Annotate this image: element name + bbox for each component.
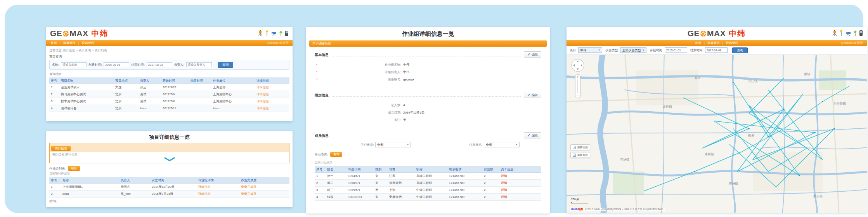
map-place-label: 康桥镇 [705,152,714,156]
map-place-label: 航头镇 [813,194,823,198]
nav-item-home[interactable]: 首页 [51,41,57,45]
table-link[interactable]: 详情 [501,188,507,192]
zoom-in-icon[interactable]: + [577,75,579,79]
nav-item-device-mgmt[interactable]: 仪器管理 [726,41,738,45]
table-cell: 2 [315,180,326,187]
baidu-logo-cn: 地图 [578,208,583,210]
table-cell: 上海 [388,187,415,194]
record-count: 共2条 [49,200,289,203]
zoom-track[interactable] [577,79,578,93]
start-date-input[interactable] [104,62,129,67]
map-pan-control[interactable] [571,59,584,72]
table-link[interactable]: 详细信息 [256,100,269,103]
table-cell: 详情 [499,173,541,180]
table-cell: 测试 [139,91,161,98]
checkbox-icon[interactable]: ✓ [573,154,576,157]
expand-chevron-icon[interactable] [52,157,287,162]
nav-item-home[interactable]: 首页 [695,41,701,45]
map-place-label: 御桥 [748,134,754,137]
user-info-tab[interactable]: 用户调查信息 [312,42,331,46]
project-name-input[interactable] [61,62,87,67]
workgroups-table-wrap: 序号名称负责人设立时间作业组详情作业完成度1上海测量项目1徐国凡2014年11月… [49,177,289,198]
table-link[interactable]: 详情 [501,195,507,199]
device-type-select[interactable]: 全部仪器类型▼ [620,47,646,53]
start-date-input[interactable] [665,47,687,53]
edit-basic-info-button[interactable]: 编辑 [524,51,541,58]
project-select[interactable]: 中纬▼ [578,47,602,53]
instrument-icons [258,30,289,37]
table-link[interactable]: 详细信息 [256,107,269,110]
table-cell: 上海测绘中心 [211,98,255,105]
table-link[interactable]: 查看完成度 [241,192,256,196]
table-cell: 张_test [119,191,150,198]
table-link[interactable]: 详细信息 [256,86,269,89]
layer-toggle-label: 测量轨迹 [577,145,588,149]
table-link[interactable]: 详细信息 [256,93,269,96]
table-link[interactable]: 详细信息 [198,185,211,189]
column-header: 序号 [49,77,59,84]
nav-item-project-mgmt[interactable]: 项目管理 [63,41,76,45]
table-link[interactable]: 详情 [501,181,507,185]
page-title: 项目详细信息一览 [46,131,293,143]
workgroup-detail-body: 基本信息 编辑 *作业组名称:中伟 *小组负责人:中伟 *登录账号:geomax… [306,47,550,205]
table-link[interactable]: 详细信息 [198,192,211,196]
table-link[interactable]: 详情 [501,174,507,178]
table-cell: 详细信息 [197,184,239,191]
table-cell: leica [211,105,255,112]
end-date-input[interactable] [147,62,172,67]
map-layer-toggle[interactable]: ✓ 测量点位 [570,152,590,158]
required-asterisk: * [315,76,317,83]
table-cell: 2 [482,187,499,194]
table-cell: 周二 [326,180,347,187]
field-label: 仪器类型: [605,48,619,52]
results-label: 查询结果: [49,72,289,76]
search-button[interactable]: 查询 [218,62,233,68]
projects-list-window: GE MAX 中纬 首页 | 项目管理 | 仪器管理 GeoMax,欢迎您 当前… [46,27,293,121]
map-zoom-slider[interactable]: + − [575,74,580,98]
basic-info-section: 基本信息 编辑 *作业组名称:中伟 *小组负责人:中伟 *登录账号:geomax [315,51,541,83]
table-row: 3技术测试中心测试北京测试2017/7/8上海测绘中心详细信息 [49,98,289,105]
checkbox-icon[interactable]: ✓ [573,146,576,149]
table-cell: 详情 [499,187,541,194]
table-cell: 详细信息 [255,105,289,112]
table-cell: 2017/7/6 [161,91,189,98]
project-info-tab[interactable]: 项目信息 [51,146,71,151]
user-status-select[interactable]: 全部▼ [375,142,411,147]
column-header: 职称 [415,166,447,173]
table-row: 2博飞测量中心测试北京测试2017/7/6上海测绘中心详细信息 [49,91,289,98]
column-header: 序号 [49,177,61,184]
edit-members-button[interactable]: 编辑 [524,132,541,138]
member-filter-row: 用户状态: 全部▼ 仪器状态: 全部▼ [315,142,541,147]
member-query-button[interactable]: 查询 [330,152,342,157]
map-layer-toggle[interactable]: ✓ 测量轨迹 [570,144,590,150]
map-query-button[interactable]: 查询 [732,47,748,53]
leader-input[interactable] [186,62,212,67]
table-cell: 江苏 [388,173,415,180]
table-header-row: 序号姓名出生日期性别籍贯职称联系电话仪器数员工信息 [315,166,541,173]
end-date-input[interactable] [705,47,728,53]
section-label: 成员信息 [315,133,329,138]
logo-target-icon [700,30,707,37]
header-logo-row: GE MAX 中纬 [46,27,293,40]
project-info-box-header: 项目信息 [50,143,289,152]
map-canvas[interactable]: 花木张江镇唐镇川沙新镇北蔡镇御桥康桥镇三林镇周浦镇航头镇 + − ✓ 测量轨迹 … [567,55,867,213]
section-label: 基本信息 [315,52,329,58]
zoom-out-icon[interactable]: − [577,94,579,98]
nav-item-device-mgmt[interactable]: 仪器管理 [82,41,94,45]
nav-item-project-mgmt[interactable]: 项目管理 [707,41,720,45]
controller-icon [859,30,863,36]
blue-background-card: GE MAX 中纬 首页 | 项目管理 | 仪器管理 GeoMax,欢迎您 当前… [5,5,863,213]
form-field: 总人数:4 [315,102,541,109]
table-cell: 121456789 [447,180,482,187]
main-navbar: 首页 | 项目管理 | 仪器管理 GeoMax,欢迎您 [46,40,293,46]
table-link[interactable]: 查看完成度 [241,185,256,189]
device-status-select[interactable]: 全部▼ [484,142,520,147]
edit-extra-info-button[interactable]: 编辑 [524,92,541,98]
table-cell [189,105,211,112]
table-cell: 1 [315,173,326,180]
field-label: 结束时间: [690,48,703,52]
table-cell: 121456789 [447,187,482,194]
refresh-button[interactable]: 刷新 [68,166,80,171]
logo-text-ge: GE [50,29,62,38]
prism-icon [853,30,858,36]
